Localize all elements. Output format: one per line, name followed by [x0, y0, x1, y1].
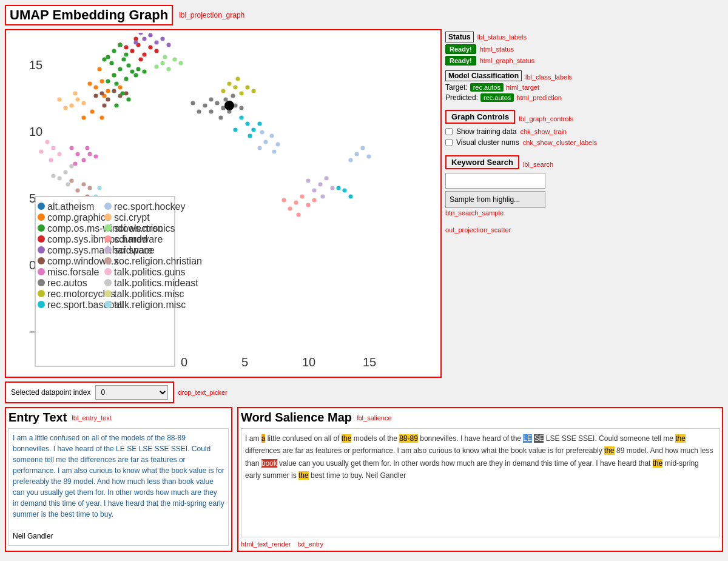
model-classification-block: Model Classification lbl_class_labels Ta…: [445, 70, 723, 104]
svg-text:5: 5: [241, 355, 248, 369]
target-annotation: html_target: [506, 84, 539, 91]
visual-cluster-checkbox[interactable]: [445, 139, 453, 146]
show-training-row: Show training data chk_show_train: [445, 127, 723, 136]
target-prefix: Target:: [445, 83, 468, 92]
svg-point-98: [275, 142, 280, 146]
svg-point-93: [248, 133, 252, 138]
svg-text:soc.religion.christian: soc.religion.christian: [114, 256, 202, 266]
salience-word-a: a: [261, 434, 266, 443]
svg-point-123: [330, 186, 334, 190]
entry-text-title-annotation: lbl_entry_text: [72, 414, 111, 422]
datapoint-select[interactable]: 0: [95, 385, 168, 400]
graph-controls-header: Graph Controls: [445, 110, 515, 124]
svg-text:rec.sport.hockey: rec.sport.hockey: [114, 201, 185, 212]
svg-point-74: [215, 101, 219, 105]
umap-scatter-plot[interactable]: −10 −5 0 5 10 15 15 10 5 0 −5: [8, 33, 438, 372]
svg-point-30: [130, 69, 134, 73]
svg-point-180: [38, 257, 45, 264]
svg-point-151: [114, 103, 118, 107]
target-value: rec.autos: [470, 83, 504, 92]
svg-point-156: [81, 115, 86, 119]
svg-point-208: [104, 301, 112, 308]
svg-point-165: [366, 154, 371, 158]
svg-point-51: [148, 33, 152, 37]
svg-text:15: 15: [29, 58, 42, 72]
svg-point-67: [87, 152, 92, 156]
predicted-row: Predicted: rec.autos html_prediction: [445, 93, 723, 102]
salience-word-se: SE: [534, 434, 544, 443]
svg-point-132: [45, 139, 49, 144]
selector-row: Selected datapoint index 0: [5, 381, 174, 403]
selector-annotation: drop_text_picker: [178, 389, 227, 396]
svg-point-81: [225, 101, 234, 110]
svg-point-114: [300, 194, 304, 198]
svg-point-71: [93, 154, 98, 158]
svg-point-31: [109, 61, 113, 65]
show-training-checkbox[interactable]: [445, 128, 453, 135]
sample-button[interactable]: Sample from highlig...: [445, 191, 545, 208]
svg-point-178: [38, 246, 45, 254]
svg-point-116: [306, 203, 310, 207]
svg-point-99: [260, 130, 264, 134]
svg-point-89: [245, 121, 249, 126]
svg-point-78: [239, 106, 243, 110]
svg-point-32: [121, 57, 126, 61]
svg-point-149: [120, 91, 124, 95]
salience-word-the4: the: [653, 459, 663, 468]
visual-cluster-row: Visual cluster nums chk_show_cluster_lab…: [445, 138, 723, 147]
svg-point-188: [38, 301, 45, 308]
svg-point-129: [69, 178, 73, 183]
ready1-row: Ready! html_status: [445, 44, 723, 54]
graph-controls-block: Graph Controls lbl_graph_controls Show t…: [445, 110, 723, 149]
svg-point-91: [239, 115, 243, 119]
model-class-label: Model Classification: [445, 70, 522, 81]
svg-text:15: 15: [363, 355, 376, 369]
svg-point-115: [288, 206, 292, 210]
svg-point-200: [104, 257, 112, 264]
svg-text:talk.politics.guns: talk.politics.guns: [114, 267, 185, 277]
svg-point-154: [106, 55, 110, 59]
svg-point-27: [112, 73, 116, 77]
main-container: UMAP Embedding Graph lbl_projection_grap…: [5, 5, 723, 552]
controls-panel: Status lbl_status_labels Ready! html_sta…: [445, 29, 723, 378]
svg-point-104: [81, 101, 86, 105]
svg-point-50: [142, 36, 146, 41]
status-label: Status: [445, 32, 474, 42]
svg-point-90: [251, 127, 255, 132]
scatter-annotation: out_projection_scatter: [445, 226, 511, 233]
svg-point-33: [126, 63, 130, 67]
svg-text:alt.atheism: alt.atheism: [47, 201, 94, 212]
svg-point-24: [97, 67, 101, 71]
svg-point-166: [342, 188, 346, 192]
target-row: Target: rec.autos html_target: [445, 83, 723, 92]
svg-text:10: 10: [29, 125, 42, 138]
svg-point-150: [126, 97, 130, 101]
svg-point-120: [318, 182, 322, 186]
svg-text:sci.med: sci.med: [114, 234, 147, 244]
sample-button-annotation: btn_search_sample: [445, 209, 504, 217]
svg-text:rec.autos: rec.autos: [47, 278, 87, 288]
salience-word-8889: 88-89: [399, 434, 418, 443]
svg-text:0: 0: [181, 355, 187, 369]
svg-text:misc.forsale: misc.forsale: [47, 267, 99, 277]
salience-header: Word Salience Map lbl_salience: [241, 411, 720, 425]
svg-point-113: [294, 200, 298, 204]
svg-point-38: [136, 67, 140, 71]
salience-word-the3: the: [604, 446, 615, 455]
svg-point-159: [209, 97, 213, 101]
svg-point-76: [223, 97, 228, 101]
svg-point-117: [296, 212, 300, 217]
svg-point-140: [66, 182, 70, 186]
svg-point-57: [133, 40, 138, 44]
salience-annotation: lbl_salience: [357, 414, 391, 422]
svg-text:talk.religion.misc: talk.religion.misc: [114, 300, 186, 310]
svg-point-101: [69, 103, 73, 107]
svg-point-148: [97, 186, 101, 190]
svg-point-96: [269, 133, 274, 138]
svg-point-40: [102, 57, 106, 61]
svg-point-102: [75, 97, 79, 101]
predicted-prefix: Predicted:: [445, 93, 478, 102]
svg-point-138: [69, 164, 73, 168]
svg-point-79: [231, 93, 235, 98]
search-input[interactable]: [445, 173, 545, 189]
